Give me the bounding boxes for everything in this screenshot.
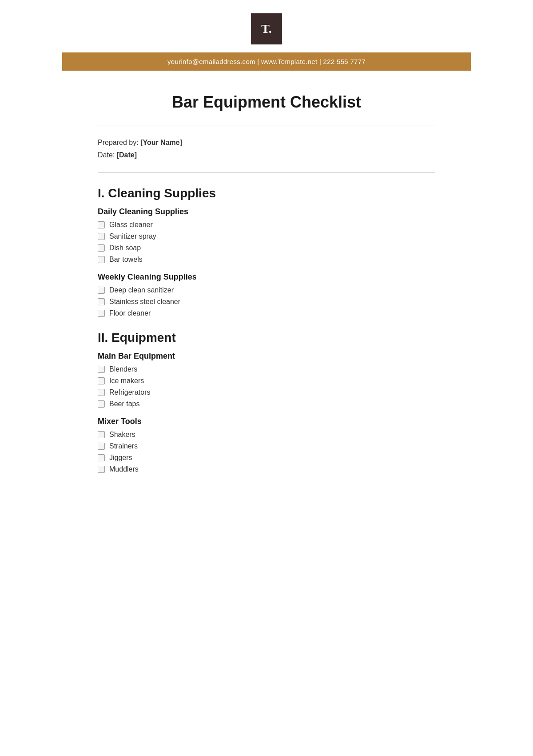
divider-top (98, 125, 435, 125)
subsection-daily-cleaning: Daily Cleaning SuppliesGlass cleanerSani… (98, 207, 435, 264)
checklist-daily-cleaning: Glass cleanerSanitizer sprayDish soapBar… (98, 221, 435, 264)
date-label: Date: (98, 151, 115, 159)
item-label: Glass cleaner (109, 221, 153, 229)
list-item: Beer taps (98, 400, 435, 408)
subsection-title-weekly-cleaning: Weekly Cleaning Supplies (98, 272, 435, 282)
list-item: Stainless steel cleaner (98, 298, 435, 306)
checkbox-icon[interactable] (98, 454, 105, 461)
checklist-mixer-tools: ShakersStrainersJiggersMuddlers (98, 431, 435, 473)
contact-bar: yourinfo@emailaddress.com | www.Template… (62, 52, 471, 71)
checkbox-icon[interactable] (98, 389, 105, 396)
checkbox-icon[interactable] (98, 400, 105, 408)
section-title-cleaning-supplies: I. Cleaning Supplies (98, 186, 435, 200)
section-equipment: II. EquipmentMain Bar EquipmentBlendersI… (98, 331, 435, 473)
list-item: Glass cleaner (98, 221, 435, 229)
checkbox-icon[interactable] (98, 233, 105, 240)
item-label: Stainless steel cleaner (109, 298, 180, 306)
prepared-by-block: Prepared by: [Your Name] (98, 139, 435, 147)
prepared-by-label: Prepared by: (98, 139, 139, 146)
document-title: Bar Equipment Checklist (98, 93, 435, 112)
main-content: Bar Equipment Checklist Prepared by: [Yo… (62, 71, 471, 509)
subsection-weekly-cleaning: Weekly Cleaning SuppliesDeep clean sanit… (98, 272, 435, 317)
contact-bar-text: yourinfo@emailaddress.com | www.Template… (167, 58, 366, 65)
checkbox-icon[interactable] (98, 310, 105, 317)
list-item: Refrigerators (98, 388, 435, 396)
list-item: Strainers (98, 442, 435, 450)
meta-section: Prepared by: [Your Name] Date: [Date] (98, 139, 435, 159)
checkbox-icon[interactable] (98, 431, 105, 438)
subsection-mixer-tools: Mixer ToolsShakersStrainersJiggersMuddle… (98, 417, 435, 473)
item-label: Floor cleaner (109, 309, 151, 317)
item-label: Muddlers (109, 465, 139, 473)
item-label: Refrigerators (109, 388, 150, 396)
checkbox-icon[interactable] (98, 298, 105, 305)
list-item: Dish soap (98, 244, 435, 252)
checklist-weekly-cleaning: Deep clean sanitizerStainless steel clea… (98, 286, 435, 317)
sections-container: I. Cleaning SuppliesDaily Cleaning Suppl… (98, 186, 435, 473)
item-label: Blenders (109, 365, 137, 373)
item-label: Deep clean sanitizer (109, 286, 174, 294)
date-block: Date: [Date] (98, 151, 435, 159)
checkbox-icon[interactable] (98, 221, 105, 228)
item-label: Sanitizer spray (109, 232, 156, 240)
checkbox-icon[interactable] (98, 287, 105, 294)
item-label: Dish soap (109, 244, 141, 252)
subsection-title-daily-cleaning: Daily Cleaning Supplies (98, 207, 435, 216)
item-label: Bar towels (109, 256, 143, 264)
item-label: Strainers (109, 442, 138, 450)
section-cleaning-supplies: I. Cleaning SuppliesDaily Cleaning Suppl… (98, 186, 435, 317)
item-label: Ice makers (109, 377, 144, 385)
subsection-title-main-bar-equipment: Main Bar Equipment (98, 352, 435, 361)
checklist-main-bar-equipment: BlendersIce makersRefrigeratorsBeer taps (98, 365, 435, 408)
checkbox-icon[interactable] (98, 443, 105, 450)
list-item: Blenders (98, 365, 435, 373)
checkbox-icon[interactable] (98, 244, 105, 252)
list-item: Muddlers (98, 465, 435, 473)
item-label: Beer taps (109, 400, 139, 408)
item-label: Jiggers (109, 454, 132, 462)
list-item: Ice makers (98, 377, 435, 385)
list-item: Sanitizer spray (98, 232, 435, 240)
subsection-main-bar-equipment: Main Bar EquipmentBlendersIce makersRefr… (98, 352, 435, 408)
section-title-equipment: II. Equipment (98, 331, 435, 345)
date-value: [Date] (117, 151, 137, 159)
divider-meta (98, 172, 435, 173)
page-header: T. yourinfo@emailaddress.com | www.Templ… (62, 0, 471, 71)
subsection-title-mixer-tools: Mixer Tools (98, 417, 435, 426)
list-item: Floor cleaner (98, 309, 435, 317)
checkbox-icon[interactable] (98, 256, 105, 263)
list-item: Bar towels (98, 256, 435, 264)
item-label: Shakers (109, 431, 135, 439)
list-item: Shakers (98, 431, 435, 439)
checkbox-icon[interactable] (98, 466, 105, 473)
list-item: Deep clean sanitizer (98, 286, 435, 294)
checkbox-icon[interactable] (98, 366, 105, 373)
logo: T. (251, 13, 282, 44)
checkbox-icon[interactable] (98, 377, 105, 384)
logo-text: T. (261, 22, 272, 36)
prepared-by-value: [Your Name] (140, 139, 182, 146)
list-item: Jiggers (98, 454, 435, 462)
